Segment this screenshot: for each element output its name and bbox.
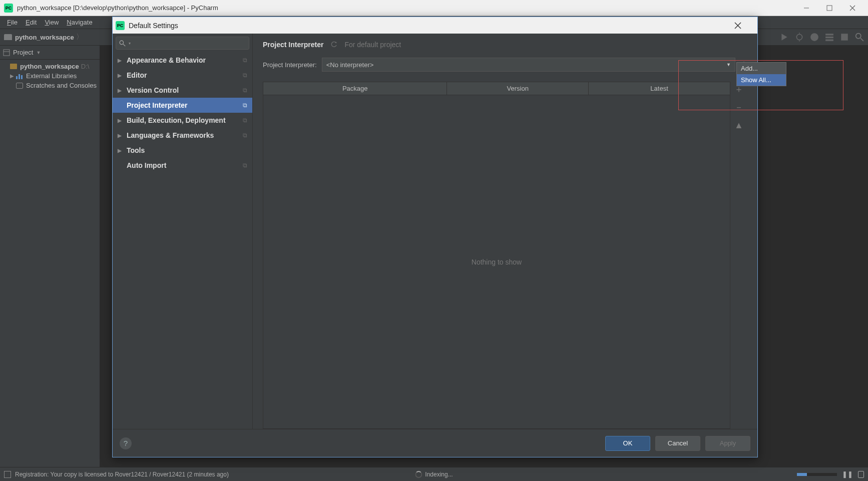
progress-spinner-icon xyxy=(415,471,422,478)
remove-package-button[interactable]: － xyxy=(733,102,744,113)
category-label: Version Control xyxy=(127,86,179,94)
maximize-button[interactable] xyxy=(818,0,841,16)
category-label: Auto Import xyxy=(127,161,166,169)
menu-navigate[interactable]: Navigate xyxy=(63,18,96,27)
category-auto-import[interactable]: Auto Import ⧉ xyxy=(113,158,252,173)
lock-icon[interactable] xyxy=(858,471,864,478)
ok-button[interactable]: OK xyxy=(605,436,650,451)
menu-edit[interactable]: Edit xyxy=(22,18,41,27)
reset-icon[interactable] xyxy=(330,41,337,48)
interpreter-row: Project Interpreter: <No interpreter> ▼ … xyxy=(263,58,747,72)
category-build-execution-deployment[interactable]: ▶ Build, Execution, Deployment ⧉ xyxy=(113,113,252,128)
category-languages-frameworks[interactable]: ▶ Languages & Frameworks ⧉ xyxy=(113,128,252,143)
project-panel-header[interactable]: Project ▼ xyxy=(0,46,100,60)
progress-bar xyxy=(797,473,837,476)
svg-rect-12 xyxy=(841,34,848,41)
svg-line-22 xyxy=(123,44,125,46)
chevron-down-icon[interactable]: ▼ xyxy=(36,50,41,55)
interpreter-context-menu: Add... Show All... xyxy=(736,62,786,86)
scratches-label: Scratches and Consoles xyxy=(26,82,97,89)
svg-rect-10 xyxy=(825,37,833,38)
settings-category-list: ▶ Appearance & Behavior ⧉ ▶ Editor ⧉ ▶ V… xyxy=(113,53,252,429)
cancel-button[interactable]: Cancel xyxy=(655,436,700,451)
project-tree[interactable]: python_worksapce D:\ ▶ External Librarie… xyxy=(0,60,100,467)
upgrade-package-button[interactable]: ▲ xyxy=(733,120,744,131)
minimize-button[interactable] xyxy=(795,0,818,16)
menu-view[interactable]: View xyxy=(41,18,63,27)
status-registration: Registration: Your copy is licensed to R… xyxy=(15,471,229,478)
stop-icon[interactable] xyxy=(810,33,819,42)
category-label: Build, Execution, Deployment xyxy=(127,116,226,124)
interpreter-select[interactable]: <No interpreter> ▼ xyxy=(322,58,735,72)
col-header-version[interactable]: Version xyxy=(447,82,589,95)
search-history-dropdown-icon[interactable]: ▾ xyxy=(129,41,131,46)
category-label: Languages & Frameworks xyxy=(127,131,214,139)
close-button[interactable] xyxy=(841,0,864,16)
library-icon xyxy=(16,73,23,79)
folder-icon xyxy=(4,34,12,40)
content-title: Project Interpreter xyxy=(263,41,323,49)
debug-icon[interactable] xyxy=(795,33,804,42)
category-editor[interactable]: ▶ Editor ⧉ xyxy=(113,68,252,83)
project-panel-title: Project xyxy=(13,49,33,56)
scope-icon: ⧉ xyxy=(243,102,247,109)
packages-empty-text: Nothing to show xyxy=(263,95,730,428)
layout-icon[interactable] xyxy=(825,33,834,42)
search-icon[interactable] xyxy=(855,33,864,42)
category-label: Appearance & Behavior xyxy=(127,56,206,64)
expand-icon[interactable]: ▶ xyxy=(10,73,14,79)
svg-rect-1 xyxy=(827,6,832,11)
dialog-close-button[interactable] xyxy=(734,22,754,29)
pycharm-icon: PC xyxy=(116,21,125,30)
menu-add[interactable]: Add... xyxy=(737,63,786,74)
folder-icon xyxy=(10,64,17,69)
breadcrumb-root: python_worksapce xyxy=(15,34,74,41)
settings-toolbar-icon[interactable] xyxy=(840,33,849,42)
category-appearance-behavior[interactable]: ▶ Appearance & Behavior ⧉ xyxy=(113,53,252,68)
tree-scratches[interactable]: Scratches and Consoles xyxy=(0,81,100,90)
content-note: For default project xyxy=(344,41,401,49)
help-button[interactable]: ? xyxy=(120,437,132,449)
scope-icon: ⧉ xyxy=(243,117,247,124)
svg-point-5 xyxy=(796,34,802,40)
menu-show-all[interactable]: Show All... xyxy=(737,74,786,86)
external-libraries-label: External Libraries xyxy=(26,72,77,80)
category-label: Project Interpreter xyxy=(127,101,187,109)
statusbar: Registration: Your copy is licensed to R… xyxy=(0,467,868,481)
dialog-footer: ? OK Cancel Apply xyxy=(113,429,757,457)
packages-table-header: Package Version Latest xyxy=(263,82,730,95)
settings-search-input[interactable]: ▾ xyxy=(116,37,249,50)
statusbar-icon[interactable] xyxy=(4,471,11,478)
col-header-latest[interactable]: Latest xyxy=(589,82,730,95)
scope-icon: ⧉ xyxy=(243,162,247,169)
run-icon[interactable] xyxy=(780,33,789,42)
pause-icon[interactable]: ❚❚ xyxy=(842,470,853,478)
category-version-control[interactable]: ▶ Version Control ⧉ xyxy=(113,83,252,98)
apply-button[interactable]: Apply xyxy=(705,436,750,451)
scope-icon: ⧉ xyxy=(243,72,247,79)
breadcrumb[interactable]: python_worksapce 〉 xyxy=(4,33,85,42)
category-tools[interactable]: ▶ Tools xyxy=(113,143,252,158)
expand-icon: ▶ xyxy=(118,133,124,138)
settings-sidebar: ▾ ▶ Appearance & Behavior ⧉ ▶ Editor ⧉ ▶… xyxy=(113,34,253,429)
tree-root[interactable]: python_worksapce D:\ xyxy=(0,62,100,71)
col-header-package[interactable]: Package xyxy=(263,82,447,95)
scope-icon: ⧉ xyxy=(243,132,247,139)
menu-file[interactable]: File xyxy=(3,18,22,27)
breadcrumb-sep-icon: 〉 xyxy=(76,33,83,42)
expand-icon: ▶ xyxy=(118,88,124,93)
category-label: Editor xyxy=(127,71,147,79)
packages-tools: ＋ － ▲ xyxy=(730,82,747,429)
interpreter-value: <No interpreter> xyxy=(326,61,374,69)
category-project-interpreter[interactable]: Project Interpreter ⧉ xyxy=(113,98,252,113)
packages-table[interactable]: Package Version Latest Nothing to show xyxy=(263,82,730,429)
status-indexing: Indexing... xyxy=(425,471,453,478)
scope-icon: ⧉ xyxy=(243,87,247,94)
chevron-down-icon[interactable]: ▼ xyxy=(726,62,731,67)
svg-point-13 xyxy=(856,34,861,39)
tree-external-libraries[interactable]: ▶ External Libraries xyxy=(0,71,100,81)
expand-icon: ▶ xyxy=(118,58,124,63)
svg-marker-4 xyxy=(781,34,787,41)
tree-root-name: python_worksapce xyxy=(20,63,79,70)
dialog-titlebar: PC Default Settings xyxy=(113,17,757,34)
